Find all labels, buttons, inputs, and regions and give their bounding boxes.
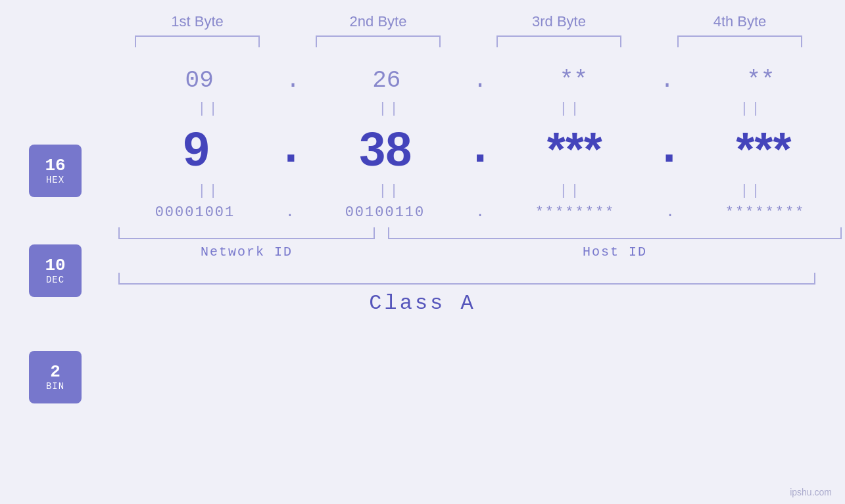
hex-row: 09 . 26 . ** . ** (118, 67, 842, 94)
bracket-bottom-host (388, 227, 842, 239)
dec-dot-3: . (655, 122, 683, 176)
hex-val-4: ** (698, 67, 823, 94)
dec-row: 9 . 38 . *** . *** (118, 122, 842, 176)
hex-dot-1: . (286, 67, 301, 94)
dec-badge-label: DEC (46, 275, 64, 285)
overall-bracket (118, 273, 815, 285)
bin-dot-3: . (665, 204, 674, 221)
dec-val-1: 9 (134, 122, 259, 176)
bin-dot-2: . (475, 204, 484, 221)
bin-badge-number: 2 (50, 363, 60, 382)
bin-val-4: ******** (703, 204, 828, 221)
eq1-1: || (147, 101, 272, 117)
hex-dot-2: . (473, 67, 487, 94)
bracket-top-4 (677, 35, 802, 47)
hex-badge: 16 HEX (29, 145, 82, 197)
dec-badge-number: 10 (45, 256, 65, 275)
eq1-3: || (508, 101, 633, 117)
hex-dot-3: . (660, 67, 675, 94)
byte-headers-row: 1st Byte 2nd Byte 3rd Byte 4th Byte (107, 13, 831, 30)
bracket-top-2 (316, 35, 441, 47)
hex-badge-number: 16 (45, 156, 65, 175)
hex-val-1: 09 (137, 67, 262, 94)
bracket-top-3 (496, 35, 621, 47)
id-labels: Network ID Host ID (118, 244, 842, 260)
eq2-2: || (327, 183, 452, 199)
bracket-top-1 (135, 35, 260, 47)
bin-val-1: 00001001 (132, 204, 257, 221)
bin-badge-label: BIN (46, 381, 64, 392)
dec-badge: 10 DEC (29, 244, 82, 297)
main-container: 1st Byte 2nd Byte 3rd Byte 4th Byte 16 H… (0, 0, 845, 504)
equals-row-2: || || || || (118, 183, 842, 199)
equals-row-1: || || || || (118, 101, 842, 117)
host-id-label: Host ID (388, 244, 842, 260)
rows-container: 16 HEX 09 . 26 . ** . ** || || || || 10 … (0, 47, 845, 504)
dec-val-2: 38 (323, 122, 448, 176)
dec-dot-2: . (466, 122, 494, 176)
network-id-label: Network ID (118, 244, 375, 260)
byte-label-4: 4th Byte (667, 13, 812, 30)
bin-dot-1: . (285, 204, 294, 221)
watermark: ipshu.com (790, 487, 832, 497)
brackets-bottom (118, 227, 842, 239)
bin-row: 00001001 . 00100110 . ******** . *******… (118, 204, 842, 221)
hex-badge-label: HEX (46, 175, 64, 185)
bracket-bottom-network (118, 227, 375, 239)
hex-val-2: 26 (324, 67, 449, 94)
eq1-2: || (327, 101, 452, 117)
byte-label-2: 2nd Byte (306, 13, 450, 30)
hex-val-3: ** (511, 67, 636, 94)
bin-val-2: 00100110 (322, 204, 447, 221)
eq2-3: || (508, 183, 633, 199)
eq2-4: || (689, 183, 814, 199)
eq2-1: || (147, 183, 272, 199)
dec-val-4: *** (701, 122, 826, 176)
dec-dot-1: . (277, 122, 305, 176)
dec-val-3: *** (512, 122, 637, 176)
eq1-4: || (689, 101, 814, 117)
bin-badge: 2 BIN (29, 351, 82, 403)
class-label: Class A (0, 291, 845, 315)
byte-label-1: 1st Byte (125, 13, 270, 30)
brackets-top (107, 35, 831, 47)
byte-label-3: 3rd Byte (487, 13, 631, 30)
bin-val-3: ******** (512, 204, 637, 221)
